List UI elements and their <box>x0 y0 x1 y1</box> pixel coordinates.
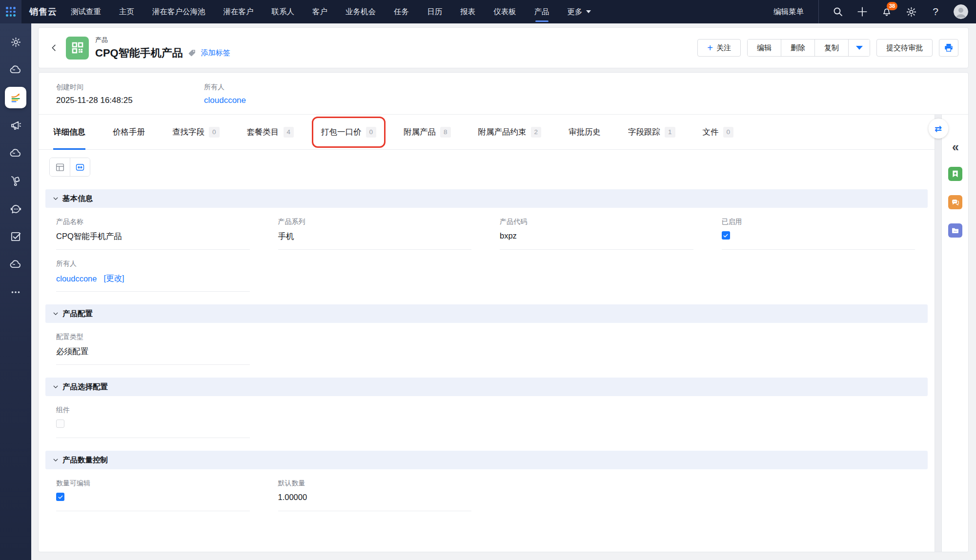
field-value: 1.00000 <box>278 493 472 502</box>
bookmark-star-icon[interactable] <box>948 167 962 181</box>
follow-button[interactable]: + 关注 <box>697 39 741 57</box>
tab-8[interactable]: 审批历史 <box>569 115 601 150</box>
nav-item-13[interactable]: 更多 <box>568 0 591 23</box>
megaphone-icon[interactable] <box>5 115 26 136</box>
primary-nav: 测试查重主页潜在客户公海池潜在客户联系人客户业务机会任务日历报表仪表板产品更多 <box>71 0 591 23</box>
cloud-icon[interactable] <box>5 254 26 275</box>
cloud-icon[interactable] <box>5 59 26 80</box>
folder-files-icon[interactable] <box>948 223 962 238</box>
nav-divider <box>818 0 819 23</box>
tab-label: 套餐类目 <box>247 127 279 138</box>
nav-item-1[interactable]: 测试查重 <box>71 0 101 23</box>
nav-item-2[interactable]: 主页 <box>119 0 134 23</box>
tab-7[interactable]: 附属产品约束2 <box>478 115 542 150</box>
field-checkbox[interactable] <box>56 493 64 501</box>
help-icon[interactable]: ? <box>929 5 942 18</box>
field-checkbox[interactable] <box>56 420 64 428</box>
tab-5[interactable]: 打包一口价0 <box>321 115 376 150</box>
pane-splitter[interactable]: ⇄ <box>935 115 942 552</box>
settings-gear-icon[interactable] <box>905 5 917 18</box>
nav-item-7[interactable]: 业务机会 <box>346 0 376 23</box>
detail-field: 产品名称CPQ智能手机产品 <box>56 218 250 250</box>
more-actions-caret-button[interactable] <box>848 40 870 56</box>
cloud-icon[interactable] <box>5 142 26 164</box>
nav-item-label: 更多 <box>568 7 583 17</box>
section-2: 产品配置配置类型必须配置 <box>45 304 928 365</box>
sales-analytics-icon[interactable] <box>5 87 26 108</box>
created-time-value: 2025-11-28 16:48:25 <box>56 96 156 105</box>
nav-item-6[interactable]: 客户 <box>312 0 327 23</box>
record-header: 产品 CPQ智能手机产品 添加标签 + 关注 编辑 <box>38 27 969 68</box>
section-header[interactable]: 产品数量控制 <box>45 451 928 469</box>
app-launcher-button[interactable] <box>0 0 21 23</box>
field-checkbox[interactable] <box>722 231 730 240</box>
edit-button[interactable]: 编辑 <box>748 40 781 56</box>
layout-width-toggle[interactable] <box>70 158 90 176</box>
detail-field: 产品代码bxpz <box>500 218 693 250</box>
search-icon[interactable] <box>832 5 844 18</box>
created-time-field: 创建时间 2025-11-28 16:48:25 <box>56 83 156 105</box>
record-summary-row: 创建时间 2025-11-28 16:48:25 所有人 cloudccone <box>39 73 968 115</box>
task-check-icon[interactable] <box>5 226 26 247</box>
tab-6[interactable]: 附属产品8 <box>404 115 451 150</box>
nav-item-label: 潜在客户 <box>224 7 254 17</box>
tab-4[interactable]: 套餐类目4 <box>247 115 294 150</box>
owner-link[interactable]: cloudccone <box>204 96 246 105</box>
nav-item-8[interactable]: 任务 <box>394 0 409 23</box>
more-dots-icon[interactable] <box>5 281 26 303</box>
layout-table-toggle[interactable] <box>50 158 70 176</box>
field-value <box>722 231 915 240</box>
section-header[interactable]: 产品选择配置 <box>45 378 928 396</box>
tab-count-badge: 1 <box>665 127 675 138</box>
tab-2[interactable]: 价格手册 <box>113 115 145 150</box>
tab-3[interactable]: 查找字段0 <box>172 115 220 150</box>
avatar[interactable] <box>954 4 968 19</box>
delete-button[interactable]: 删除 <box>781 40 814 56</box>
top-nav: 销售云 测试查重主页潜在客户公海池潜在客户联系人客户业务机会任务日历报表仪表板产… <box>0 0 976 23</box>
field-value: 必须配置 <box>56 346 250 357</box>
back-chevron-icon[interactable] <box>47 41 61 55</box>
gear-icon[interactable] <box>5 31 26 53</box>
nav-item-9[interactable]: 日历 <box>427 0 442 23</box>
print-button[interactable] <box>939 39 958 57</box>
right-utility-rail: « <box>942 115 968 552</box>
field-value: CPQ智能手机产品 <box>56 231 250 242</box>
nav-item-11[interactable]: 仪表板 <box>493 0 516 23</box>
tab-count-badge: 0 <box>209 127 220 138</box>
tab-10[interactable]: 文件0 <box>703 115 734 150</box>
edit-menu-button[interactable]: 编辑菜单 <box>773 7 804 17</box>
section-header[interactable]: 基本信息 <box>45 189 928 208</box>
submit-approval-button[interactable]: 提交待审批 <box>876 39 933 57</box>
section-header[interactable]: 产品配置 <box>45 304 928 323</box>
create-plus-icon[interactable] <box>856 5 869 18</box>
sections-container: 基本信息产品名称CPQ智能手机产品产品系列手机产品代码bxpz已启用所有人clo… <box>45 189 928 511</box>
swap-arrows-icon[interactable]: ⇄ <box>928 119 948 139</box>
tab-label: 附属产品约束 <box>478 127 527 138</box>
tab-label: 附属产品 <box>404 127 436 138</box>
tab-9[interactable]: 字段跟踪1 <box>628 115 675 150</box>
change-owner-link[interactable]: [更改] <box>103 273 124 284</box>
nav-item-12[interactable]: 产品 <box>534 0 549 23</box>
tab-1[interactable]: 详细信息 <box>53 115 85 150</box>
nav-item-5[interactable]: 联系人 <box>272 0 295 23</box>
tab-label: 价格手册 <box>113 127 145 138</box>
collapse-panel-icon[interactable]: « <box>952 141 958 153</box>
nav-item-10[interactable]: 报表 <box>460 0 475 23</box>
notifications-bell-icon[interactable]: 38 <box>880 5 893 18</box>
field-label: 默认数量 <box>278 479 472 488</box>
chat-bubbles-icon[interactable] <box>948 195 962 209</box>
field-value <box>56 420 250 428</box>
tab-label: 字段跟踪 <box>628 127 660 138</box>
nav-item-3[interactable]: 潜在客户公海池 <box>152 0 205 23</box>
app-root: 销售云 测试查重主页潜在客户公海池潜在客户联系人客户业务机会任务日历报表仪表板产… <box>0 0 976 560</box>
support-chat-icon[interactable] <box>5 198 26 220</box>
add-tag-link[interactable]: 添加标签 <box>201 48 230 58</box>
tab-label: 详细信息 <box>53 127 85 138</box>
owner-value-link[interactable]: cloudccone <box>56 274 97 283</box>
field-label: 配置类型 <box>56 333 250 341</box>
nav-item-4[interactable]: 潜在客户 <box>224 0 254 23</box>
copy-button[interactable]: 复制 <box>814 40 848 56</box>
record-action-group: 编辑 删除 复制 <box>747 39 870 57</box>
trolley-icon[interactable] <box>5 170 26 192</box>
nav-item-label: 仪表板 <box>493 7 516 17</box>
